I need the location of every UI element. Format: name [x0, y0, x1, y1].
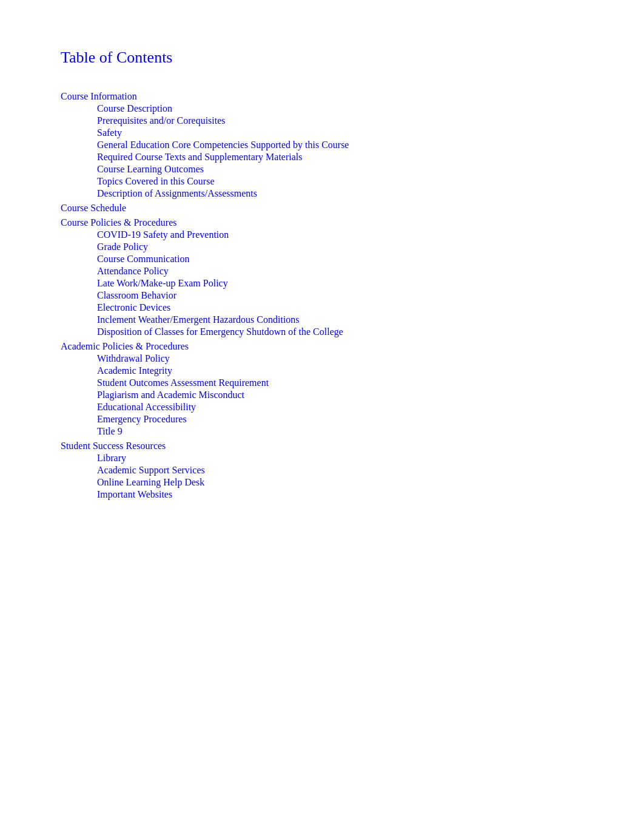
toc-item[interactable]: Educational Accessibility [97, 402, 583, 413]
toc-section-course-policies-procedures[interactable]: Course Policies & Procedures [61, 217, 583, 228]
page-title: Table of Contents [61, 49, 583, 67]
toc-item[interactable]: Academic Support Services [97, 465, 583, 476]
table-of-contents: Course InformationCourse DescriptionPrer… [61, 91, 583, 500]
toc-item[interactable]: Topics Covered in this Course [97, 176, 583, 187]
toc-section-course-information[interactable]: Course Information [61, 91, 583, 102]
toc-item[interactable]: Course Learning Outcomes [97, 164, 583, 175]
toc-item[interactable]: Safety [97, 127, 583, 138]
toc-item[interactable]: Online Learning Help Desk [97, 477, 583, 488]
toc-item[interactable]: Disposition of Classes for Emergency Shu… [97, 326, 583, 337]
toc-item[interactable]: Attendance Policy [97, 266, 583, 277]
toc-item[interactable]: Library [97, 453, 583, 464]
toc-item[interactable]: Title 9 [97, 426, 583, 437]
toc-item[interactable]: Prerequisites and/or Corequisites [97, 115, 583, 126]
toc-item[interactable]: Emergency Procedures [97, 414, 583, 425]
toc-item[interactable]: Course Description [97, 103, 583, 114]
toc-item[interactable]: Withdrawal Policy [97, 353, 583, 364]
toc-item[interactable]: Late Work/Make-up Exam Policy [97, 278, 583, 289]
toc-section-academic-policies-procedures[interactable]: Academic Policies & Procedures [61, 341, 583, 352]
toc-item[interactable]: Required Course Texts and Supplementary … [97, 152, 583, 163]
toc-item[interactable]: Electronic Devices [97, 302, 583, 313]
toc-item[interactable]: Classroom Behavior [97, 290, 583, 301]
toc-item[interactable]: Course Communication [97, 254, 583, 265]
toc-item[interactable]: COVID-19 Safety and Prevention [97, 229, 583, 240]
toc-item[interactable]: Plagiarism and Academic Misconduct [97, 390, 583, 401]
toc-item[interactable]: Inclement Weather/Emergent Hazardous Con… [97, 314, 583, 325]
toc-section-course-schedule[interactable]: Course Schedule [61, 203, 583, 214]
toc-item[interactable]: Description of Assignments/Assessments [97, 188, 583, 199]
toc-item[interactable]: Student Outcomes Assessment Requirement [97, 377, 583, 388]
toc-item[interactable]: General Education Core Competencies Supp… [97, 140, 583, 150]
toc-item[interactable]: Important Websites [97, 489, 583, 500]
toc-item[interactable]: Academic Integrity [97, 365, 583, 376]
toc-item[interactable]: Grade Policy [97, 242, 583, 252]
toc-section-student-success-resources[interactable]: Student Success Resources [61, 441, 583, 451]
